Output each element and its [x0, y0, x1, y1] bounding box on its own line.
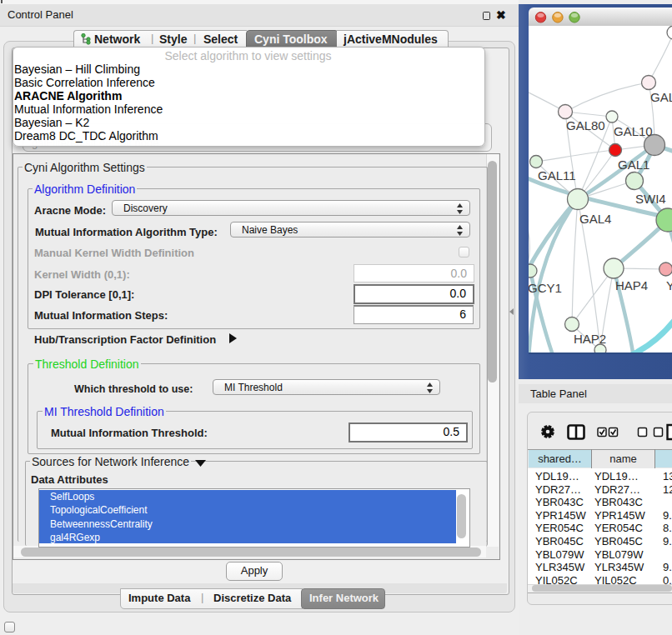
- svg-text:HAP2: HAP2: [574, 332, 606, 346]
- svg-text:GCY1: GCY1: [529, 281, 562, 295]
- svg-text:GAL4: GAL4: [579, 212, 611, 226]
- svg-text:SWI4: SWI4: [635, 192, 666, 206]
- svg-text:HAP4: HAP4: [615, 278, 648, 292]
- svg-text:Y: Y: [666, 278, 672, 292]
- svg-text:GAL10: GAL10: [614, 124, 653, 138]
- svg-text:GAL: GAL: [650, 90, 672, 104]
- svg-text:GAL80: GAL80: [566, 118, 605, 132]
- svg-text:GAL1: GAL1: [618, 158, 649, 172]
- svg-text:GAL11: GAL11: [538, 168, 576, 182]
